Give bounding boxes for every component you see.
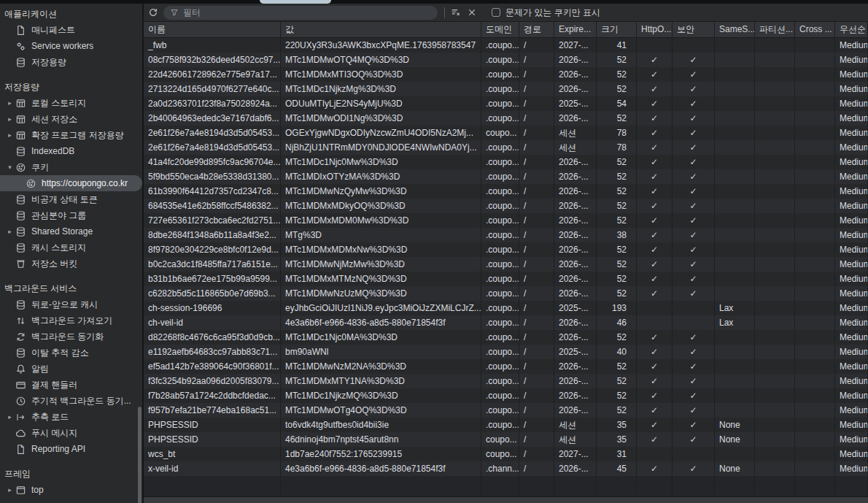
table-row[interactable]: f3fc3254b92aa096d2005f83079...MTc1MDMxMT… [144, 374, 868, 388]
cell-domain: .coupo... [481, 53, 519, 67]
preview-pane-splitter[interactable] [144, 496, 868, 503]
cell-path: / [519, 301, 554, 315]
table-row[interactable]: 8f97820e304229ce8bfc0f12e9d...MTc1MDMxMD… [144, 242, 868, 257]
sidebar-item-session-storage[interactable]: ▸세션 저장소 [0, 111, 142, 127]
cell-name: f7b28ab57a1724c2ddbcfdedac... [144, 388, 281, 403]
cell-value: MTc1MDMwODI1Ng%3D%3D [281, 111, 481, 126]
table-row[interactable]: d82268f8c4676c6ca95f3d0d9cb...MTc1MDc1Nj… [144, 330, 868, 345]
table-row[interactable]: ch-veil-id4e3a6b6f-e966-4836-a8d5-880e71… [144, 315, 868, 330]
sidebar-item-reporting-api[interactable]: Reporting API [0, 441, 142, 457]
clear-filter-button[interactable] [450, 5, 466, 20]
sidebar-item-push-messaging[interactable]: 푸시 메시지 [0, 425, 142, 441]
table-row[interactable]: ch-session-196696eyJhbGciOiJIUzI1NiJ9.ey… [144, 301, 868, 315]
column-header-path[interactable]: 경로 [519, 22, 554, 38]
table-row[interactable]: ef5ad142b7e389064c90f36801f...MTc1MDMwNz… [144, 359, 868, 374]
chevron-right-icon[interactable]: ▸ [5, 413, 15, 421]
table-row[interactable]: f957b7efa21be774eba168ac51...MTc1MDMwOTg… [144, 403, 868, 418]
sidebar-item-indexeddb[interactable]: IndexedDB [0, 143, 142, 159]
cell-priority: Medium [835, 461, 868, 476]
table-row[interactable]: b31b1b6ae672ee175b99a9599...MTc1MDMxMTMz… [144, 272, 868, 286]
sidebar-item-extension-storage[interactable]: ▸확장 프로그램 저장용량 [0, 127, 142, 143]
sidebar-item-cookies-coupongo[interactable]: https://coupongo.co.kr [0, 175, 142, 191]
table-row[interactable]: b0c2ca3dc1f8485ffa717a6151e...MTc1MDMwNj… [144, 257, 868, 272]
table-row[interactable]: 2a0d2363701f23f8a75028924a...ODUuMTIyLjE… [144, 96, 868, 111]
sidebar-item-interest-groups[interactable]: 관심분야 그룹 [0, 207, 142, 223]
table-row[interactable]: PHPSESSIDto6vdk4tg9utfbes0id4bii3ie.coup… [144, 418, 868, 432]
sidebar-item-private-state-tokens[interactable]: 비공개 상태 토큰 [0, 191, 142, 207]
sidebar-item-manifest[interactable]: 매니페스트 [0, 22, 142, 38]
table-row[interactable]: 2e61f26e7a4e8194d3d5d05453...NjBhZjU1NTR… [144, 140, 868, 155]
cell-httpOnly [637, 447, 673, 461]
sidebar-item-back-forward-cache[interactable]: 뒤로-앞으로 캐시 [0, 296, 142, 312]
cell-value: MTc1MDc1NjkzMQ%3D%3D [281, 388, 481, 403]
table-row[interactable]: 8dbe2684f1348a6b11a8a4f3e2...MTg%3D.coup… [144, 228, 868, 242]
table-row[interactable]: _fwb220UXy3R3u3AWK3bxcXPqME.176395878354… [144, 38, 868, 53]
cell-value: 46dninoj4bm7nptst45arut8nn [281, 432, 481, 447]
column-header-value[interactable]: 값 [281, 22, 481, 38]
sidebar-item-shared-storage[interactable]: ▸Shared Storage [0, 223, 142, 239]
table-row[interactable]: 727e65361f273cbca6ec2fd2751...MTc1MDMxMD… [144, 213, 868, 228]
sidebar-item-speculative-loads[interactable]: ▸추측 로드 [0, 409, 142, 425]
chevron-down-icon[interactable]: ▾ [5, 164, 15, 171]
column-header-expires[interactable]: Expire... [554, 22, 597, 38]
table-row[interactable]: wcs_bt1db7ae240f7552:1765239915coupo.../… [144, 447, 868, 461]
sidebar-item-cache-storage[interactable]: 캐시 스토리지 [0, 239, 142, 256]
sidebar-item-notifications[interactable]: 알림 [0, 361, 142, 377]
column-header-crossSite[interactable]: Cross ... [795, 22, 835, 38]
sidebar-item-top-frame[interactable]: ▸top [0, 482, 142, 498]
table-row[interactable]: 5f9bd550eca4b28e5338d31380...MTc1MDIxOTY… [144, 169, 868, 184]
cell-secure: ✓ [673, 432, 715, 447]
table-row[interactable]: 2b40064963ededc3e7167dabf6...MTc1MDMwODI… [144, 111, 868, 126]
sidebar-item-background-sync[interactable]: 백그라운드 동기화 [0, 329, 142, 345]
delete-button[interactable] [466, 5, 482, 20]
sidebar-item-cookies[interactable]: ▾쿠키 [0, 159, 142, 175]
table-row[interactable]: PHPSESSID46dninoj4bm7nptst45arut8nncoupo… [144, 432, 868, 447]
column-header-httpOnly[interactable]: HttpO... [637, 22, 673, 38]
sidebar-item-background-fetch[interactable]: 백그라운드 가져오기 [0, 312, 142, 329]
table-row[interactable]: 61b3990f64412d7357cd2347c8...MTc1MDMwNzQ… [144, 184, 868, 199]
card-icon [15, 379, 26, 391]
column-header-size[interactable]: 크기 [597, 22, 637, 38]
cell-partition [755, 315, 795, 330]
filler-cell [835, 476, 868, 496]
sidebar-item-bounce-tracking[interactable]: 이탈 추적 감소 [0, 345, 142, 361]
table-row[interactable]: 2713224d165d4970f6277e640c...MTc1MDc1Njk… [144, 82, 868, 96]
cell-domain: .coupo... [481, 38, 519, 53]
chevron-right-icon[interactable]: ▸ [5, 486, 15, 494]
sidebar-item-payment-handler[interactable]: 결제 핸들러 [0, 377, 142, 393]
table-row[interactable]: 684535e41e62b58ffccf5486382...MTc1MDMxMD… [144, 199, 868, 213]
column-header-domain[interactable]: 도메인 [481, 22, 519, 38]
sidebar-scrollbar-thumb[interactable] [138, 407, 142, 503]
chevron-right-icon[interactable]: ▸ [5, 115, 15, 123]
sidebar-item-service-workers[interactable]: Service workers [0, 38, 142, 54]
table-row[interactable]: 08cf758f932b326deed4502cc97...MTc1MDMwOT… [144, 53, 868, 67]
chevron-right-icon[interactable]: ▸ [5, 131, 15, 139]
cell-name: 22d426061728962e775e97a17... [144, 67, 281, 82]
cell-crossSite [795, 286, 835, 301]
sidebar-item-local-storage[interactable]: ▸로컬 스토리지 [0, 95, 142, 111]
table-row[interactable]: 22d426061728962e775e97a17...MTc1MDMxMTI3… [144, 67, 868, 82]
filter-box[interactable] [163, 6, 438, 20]
chevron-right-icon[interactable]: ▸ [5, 228, 15, 235]
table-row[interactable]: x-veil-id4e3a6b6f-e966-4836-a8d5-880e718… [144, 461, 868, 476]
column-header-partition[interactable]: 파티션... [755, 22, 795, 38]
column-header-secure[interactable]: 보안 [673, 22, 715, 38]
table-row[interactable]: 2e61f26e7a4e8194d3d5d05453...OGExYjgwNDg… [144, 126, 868, 140]
chevron-right-icon[interactable]: ▸ [5, 99, 15, 107]
table-row[interactable]: e1192aefb64683cc97abb83c71...bm90aWNl.co… [144, 345, 868, 359]
sidebar-item-storage-buckets[interactable]: 저장소 버킷 [0, 256, 142, 272]
cell-secure: ✓ [673, 111, 715, 126]
filter-input[interactable] [183, 7, 432, 18]
sidebar-item-storage[interactable]: 저장용량 [0, 54, 142, 70]
sidebar-item-periodic-background-sync[interactable]: 주기적 백그라운드 동기... [0, 393, 142, 409]
table-row[interactable]: 41a4fc20de99d895fc9ac96704e...MTc1MDc1Nj… [144, 155, 868, 169]
section-gap [0, 457, 142, 466]
column-header-priority[interactable]: 우선순 [835, 22, 868, 38]
column-header-name[interactable]: 이름 [144, 22, 281, 38]
cell-sameSite [715, 359, 755, 374]
table-row[interactable]: c6282b5d5c116865b0e7d69b3...MTc1MDMwNzUz… [144, 286, 868, 301]
only-issue-cookies-checkbox[interactable] [492, 8, 500, 17]
table-row[interactable]: f7b28ab57a1724c2ddbcfdedac...MTc1MDc1Njk… [144, 388, 868, 403]
column-header-sameSite[interactable]: SameS... [715, 22, 755, 38]
refresh-button[interactable] [147, 5, 163, 20]
